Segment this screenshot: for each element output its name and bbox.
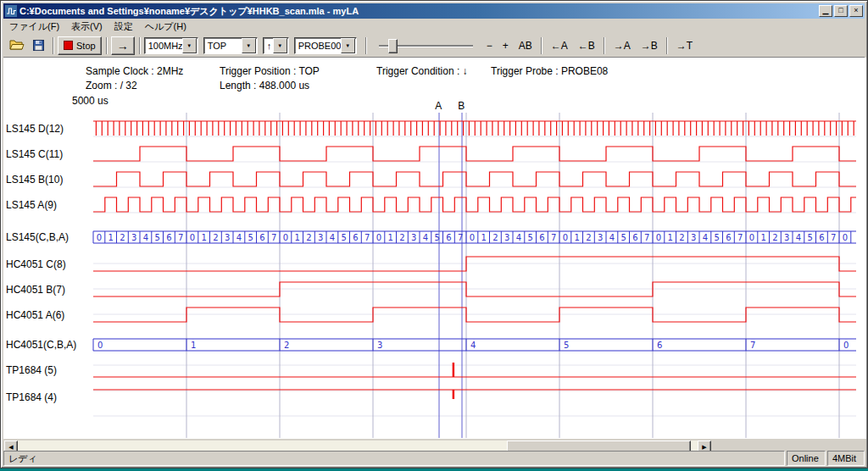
chevron-down-icon[interactable]: ▼ xyxy=(341,38,355,53)
close-button[interactable]: × xyxy=(849,5,863,17)
channel-label-ls145-bus: LS145(C,B,A) xyxy=(6,230,69,244)
title-bar: C:¥Documents and Settings¥noname¥デスクトップ¥… xyxy=(3,3,865,19)
channel-label-hc4051-a6: HC4051 A(6) xyxy=(6,308,64,322)
ab-button[interactable]: AB xyxy=(515,38,537,53)
trigger-edge-value: ↑ xyxy=(264,41,273,51)
channel-label-hc4051-c8: HC4051 C(8) xyxy=(6,258,66,271)
goto-a-left-button[interactable]: ←A xyxy=(547,38,572,53)
chevron-down-icon[interactable]: ▼ xyxy=(242,38,256,53)
open-folder-icon xyxy=(9,40,25,51)
maximize-button[interactable]: □ xyxy=(834,5,848,17)
trigger-position-info: Trigger Position : TOP xyxy=(220,65,320,77)
cursor-a-label[interactable]: A xyxy=(435,100,442,112)
goto-b-right-button[interactable]: →B xyxy=(637,38,662,53)
run-arrow-icon: → xyxy=(117,40,129,52)
stop-square-icon xyxy=(64,41,73,50)
toolbar-separator xyxy=(106,37,108,54)
channel-label-hc4051-bus: HC4051(C,B,A) xyxy=(6,338,76,352)
zoom-info: Zoom : / 32 xyxy=(86,80,137,91)
channel-label-tp1684-5: TP1684 (5) xyxy=(6,363,57,377)
channel-label-column: LS145 D(12)LS145 C(11)LS145 B(10)LS145 A… xyxy=(1,1,91,469)
status-bar: レディ Online 4MBit xyxy=(3,451,865,466)
trigger-condition-info: Trigger Condition : ↓ xyxy=(376,65,468,77)
chevron-down-icon[interactable]: ▼ xyxy=(273,38,287,53)
open-file-button[interactable] xyxy=(7,36,27,55)
sample-clock-info: Sample Clock : 2MHz xyxy=(86,65,183,77)
goto-trigger-button[interactable]: →T xyxy=(672,38,697,53)
toolbar-separator xyxy=(666,37,668,54)
toolbar-separator xyxy=(365,37,367,54)
toolbar-separator xyxy=(604,37,605,54)
trigger-position-select[interactable]: TOP ▼ xyxy=(203,37,258,54)
trigger-probe-info: Trigger Probe : PROBE08 xyxy=(491,65,608,77)
trigger-probe-value: PROBE00 xyxy=(295,41,341,51)
zoom-slider[interactable] xyxy=(377,36,475,55)
run-button[interactable]: → xyxy=(111,36,135,55)
window-title: C:¥Documents and Settings¥noname¥デスクトップ¥… xyxy=(19,5,817,18)
trigger-edge-select[interactable]: ↑ ▼ xyxy=(263,37,289,54)
zoom-in-button[interactable]: + xyxy=(498,38,513,53)
status-memory: 4MBit xyxy=(827,451,865,466)
toolbar-separator xyxy=(541,37,542,54)
channel-label-hc4051-b7: HC4051 B(7) xyxy=(6,283,65,296)
sample-rate-value: 100MHz xyxy=(145,41,182,51)
toolbar-separator xyxy=(53,37,54,54)
minimize-button[interactable]: ▁ xyxy=(819,5,832,17)
length-info: Length : 488.000 us xyxy=(220,80,309,91)
save-file-button[interactable] xyxy=(28,36,48,55)
goto-a-right-button[interactable]: →A xyxy=(609,38,635,53)
app-window: 0123456701234567012345670123456701234567… xyxy=(0,0,868,468)
slider-thumb[interactable] xyxy=(388,39,398,53)
app-icon xyxy=(5,5,17,17)
menu-settings[interactable]: 設定 xyxy=(108,19,139,35)
status-online: Online xyxy=(787,451,826,466)
menu-help[interactable]: ヘルプ(H) xyxy=(139,19,192,35)
status-message: レディ xyxy=(3,451,785,466)
channel-label-ls145-c11: LS145 C(11) xyxy=(6,147,63,161)
stop-label: Stop xyxy=(76,41,96,51)
floppy-disk-icon xyxy=(33,40,44,51)
sample-rate-select[interactable]: 100MHz ▼ xyxy=(144,37,198,54)
menu-view[interactable]: 表示(V) xyxy=(65,19,108,35)
trigger-probe-select[interactable]: PROBE00 ▼ xyxy=(294,37,357,54)
zoom-out-button[interactable]: − xyxy=(482,38,497,53)
chevron-down-icon[interactable]: ▼ xyxy=(182,38,197,53)
menu-file[interactable]: ファイル(F) xyxy=(3,19,65,35)
waveform-plot[interactable] xyxy=(93,113,856,438)
goto-b-left-button[interactable]: ←B xyxy=(574,38,599,53)
stop-button[interactable]: Stop xyxy=(58,36,102,55)
channel-label-tp1684-4: TP1684 (4) xyxy=(6,391,57,404)
toolbar: Stop → 100MHz ▼ TOP ▼ ↑ ▼ PROBE00 ▼ − + xyxy=(3,34,865,58)
channel-label-ls145-d12: LS145 D(12) xyxy=(6,122,64,136)
channel-label-ls145-a9: LS145 A(9) xyxy=(6,198,57,212)
toolbar-separator xyxy=(139,37,141,54)
cursor-b-label[interactable]: B xyxy=(458,100,465,112)
channel-label-ls145-b10: LS145 B(10) xyxy=(6,173,63,186)
menu-bar: ファイル(F) 表示(V) 設定 ヘルプ(H) xyxy=(3,19,865,34)
trigger-position-value: TOP xyxy=(204,41,242,51)
